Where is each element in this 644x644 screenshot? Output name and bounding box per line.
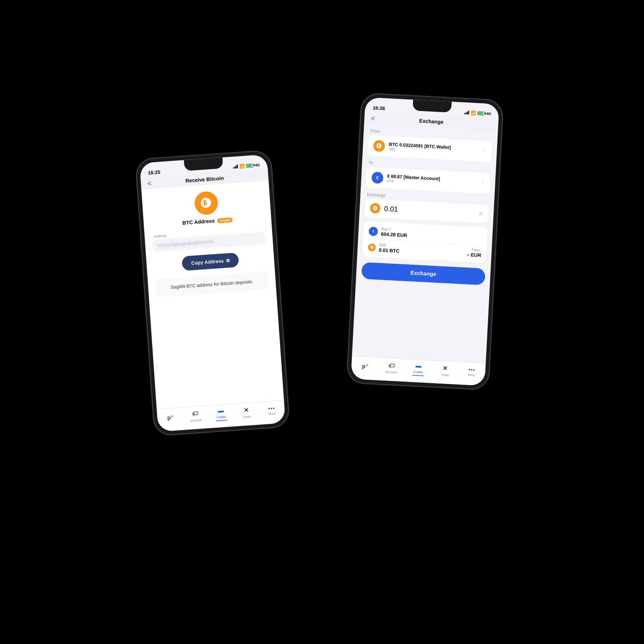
exchange-clear-button[interactable]: ✕: [478, 210, 483, 218]
back-button-1[interactable]: <: [147, 179, 152, 188]
app-logo-1: p: [167, 414, 173, 421]
from-coin-icon: [373, 140, 385, 152]
exchange-content: From BTC 0.03224591 [BTC Wallet] #80: [352, 124, 498, 363]
tab-more-label-2: More: [468, 373, 475, 377]
nav-title-2: Exchange: [419, 118, 443, 125]
tab-trade-1[interactable]: ✕ Trade: [236, 406, 257, 419]
crypto-tab-underline-2: [412, 375, 424, 376]
to-wallet-info: € 68.87 [Master Account] #74: [387, 174, 440, 186]
more-icon-2: •••: [469, 367, 476, 373]
exchange-rates-card: € Buy = 604.28 EUR: [362, 221, 488, 263]
btc-svg-from: [376, 143, 383, 149]
exchange-amount-input[interactable]: [384, 204, 475, 218]
segwit-badge: SegWit: [217, 217, 233, 223]
sell-coin-dot: [368, 243, 376, 251]
fees-section: Fees: – EUR: [467, 247, 481, 258]
tab-crypto-label-2: Crypto: [413, 370, 423, 374]
crypto-icon-2: ▬: [415, 362, 421, 369]
tab-account-label-2: Account: [385, 370, 397, 374]
tab-trade-label-2: Trade: [440, 373, 449, 377]
sell-rate-section: Sell: 0.01 BTC: [368, 242, 462, 257]
account-icon-1: 🏷: [192, 410, 199, 417]
btc-svg-exchange: [372, 205, 378, 211]
exchange-input-card: ✕: [365, 199, 489, 223]
tab-trade-2[interactable]: ✕ Trade: [435, 364, 455, 377]
signal-bars-1: [233, 165, 238, 169]
back-button-2[interactable]: <: [371, 114, 375, 123]
address-field-container: Address bc1qxy2kgdygjrsqtzq2n0yrf249...: [152, 227, 265, 252]
status-icons-1: 📶 4G: [233, 162, 260, 169]
to-wallet-chevron: ⌃: [480, 180, 485, 186]
tab-crypto-label-1: Crypto: [216, 415, 226, 419]
status-icons-2: 📶 4G: [464, 110, 491, 116]
tab-logo-1: p: [160, 414, 180, 422]
battery-icon-2: [478, 111, 485, 115]
tab-more-1[interactable]: ••• More: [262, 405, 282, 416]
trade-icon-1: ✕: [243, 406, 249, 414]
from-wallet-info: BTC 0.03224591 [BTC Wallet] #80: [389, 142, 451, 155]
copy-address-button[interactable]: Copy Address ⧉: [182, 252, 239, 271]
to-coin-icon: €: [371, 172, 384, 184]
tab-more-label-1: More: [268, 412, 276, 416]
tab-crypto-1[interactable]: ▬ Crypto: [211, 407, 231, 421]
buy-rate-info: Buy = 604.28 EUR: [381, 227, 482, 242]
exchange-button[interactable]: Exchange: [361, 262, 486, 285]
app-logo-2: p: [362, 363, 368, 370]
tab-more-2[interactable]: ••• More: [462, 367, 482, 377]
account-icon-2: 🏷: [388, 362, 395, 369]
from-wallet-left: BTC 0.03224591 [BTC Wallet] #80: [373, 140, 451, 156]
nav-title-1: Receive Bitcoin: [185, 175, 224, 184]
trade-icon-2: ✕: [442, 364, 448, 372]
more-icon-1: •••: [268, 405, 275, 411]
copy-address-label: Copy Address: [191, 258, 224, 266]
tab-logo-2: p: [355, 363, 375, 370]
tab-crypto-2[interactable]: ▬ Crypto: [408, 362, 428, 376]
btc-large-icon: [194, 191, 219, 215]
bitcoin-svg: [199, 196, 213, 210]
tab-trade-label-1: Trade: [242, 415, 251, 419]
network-type-1: 4G: [255, 163, 260, 167]
from-wallet-chevron: ⌃: [482, 148, 487, 155]
sell-info: Sell: 0.01 BTC: [379, 243, 462, 257]
buy-rate-row: € Buy = 604.28 EUR: [369, 226, 482, 242]
btc-address-label: BTC Address SegWit: [182, 217, 233, 226]
wifi-icon-1: 📶: [240, 164, 245, 169]
from-wallet-card[interactable]: BTC 0.03224591 [BTC Wallet] #80 ⌃: [368, 135, 492, 162]
to-wallet-left: € € 68.87 [Master Account] #74: [371, 172, 440, 187]
battery-icon-1: [246, 164, 254, 168]
btc-sell-svg: [370, 245, 374, 250]
copy-icon: ⧉: [226, 258, 230, 263]
tab-account-2[interactable]: 🏷 Account: [382, 361, 402, 374]
phone-notch-2: [412, 99, 452, 112]
address-description: SegWit BTC address for Bitcoin deposits.: [156, 271, 269, 298]
crypto-tab-underline-1: [216, 420, 227, 421]
phone-exchange: 16:26 📶 4G: [347, 93, 503, 390]
exchange-coin-icon: [370, 203, 381, 214]
signal-bars-2: [464, 110, 469, 115]
tab-account-label-1: Account: [190, 418, 202, 422]
fees-value: – EUR: [467, 252, 481, 258]
wifi-icon-2: 📶: [471, 110, 476, 115]
crypto-icon-1: ▬: [218, 407, 224, 414]
status-time-1: 16:25: [148, 169, 160, 175]
to-wallet-card[interactable]: € € 68.87 [Master Account] #74 ⌃: [366, 167, 491, 194]
buy-coin-dot: €: [369, 226, 378, 236]
network-type-2: 4G: [486, 111, 491, 116]
phone-receive-bitcoin: 16:25 📶 4G: [136, 150, 290, 436]
tab-account-1[interactable]: 🏷 Account: [185, 409, 205, 422]
receive-screen: BTC Address SegWit Address bc1qxy2kgdygj…: [141, 181, 284, 409]
status-time-2: 16:26: [373, 105, 385, 111]
